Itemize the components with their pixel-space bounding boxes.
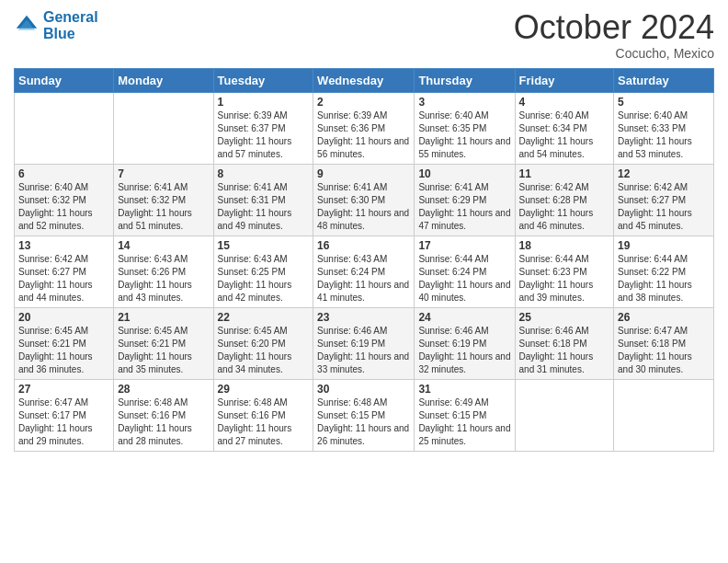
day-info: Sunrise: 6:44 AM Sunset: 6:23 PM Dayligh… <box>519 253 610 304</box>
weekday-header: Friday <box>515 68 614 92</box>
header: General Blue October 2024 Cocucho, Mexic… <box>14 9 714 61</box>
calendar-cell: 26Sunrise: 6:47 AM Sunset: 6:18 PM Dayli… <box>614 307 714 379</box>
calendar-cell: 13Sunrise: 6:42 AM Sunset: 6:27 PM Dayli… <box>15 236 114 307</box>
day-number: 17 <box>418 239 510 252</box>
calendar-cell: 24Sunrise: 6:46 AM Sunset: 6:19 PM Dayli… <box>415 307 515 379</box>
day-number: 10 <box>418 167 510 180</box>
calendar-cell: 2Sunrise: 6:39 AM Sunset: 6:36 PM Daylig… <box>313 92 415 164</box>
calendar-cell: 14Sunrise: 6:43 AM Sunset: 6:26 PM Dayli… <box>114 236 213 307</box>
calendar-week-row: 20Sunrise: 6:45 AM Sunset: 6:21 PM Dayli… <box>15 307 714 379</box>
calendar-cell: 3Sunrise: 6:40 AM Sunset: 6:35 PM Daylig… <box>415 92 515 164</box>
day-number: 4 <box>519 96 610 109</box>
weekday-header: Thursday <box>415 68 515 92</box>
day-number: 28 <box>118 383 209 396</box>
day-info: Sunrise: 6:48 AM Sunset: 6:16 PM Dayligh… <box>118 396 209 448</box>
day-number: 3 <box>418 96 510 109</box>
day-number: 7 <box>118 167 209 180</box>
calendar-cell: 10Sunrise: 6:41 AM Sunset: 6:29 PM Dayli… <box>415 164 515 236</box>
calendar-cell: 18Sunrise: 6:44 AM Sunset: 6:23 PM Dayli… <box>515 236 614 307</box>
calendar-week-row: 6Sunrise: 6:40 AM Sunset: 6:32 PM Daylig… <box>15 164 714 236</box>
calendar-cell: 23Sunrise: 6:46 AM Sunset: 6:19 PM Dayli… <box>313 307 415 379</box>
day-info: Sunrise: 6:48 AM Sunset: 6:16 PM Dayligh… <box>218 396 310 448</box>
logo-text: General Blue <box>43 9 98 41</box>
calendar-header-row: SundayMondayTuesdayWednesdayThursdayFrid… <box>15 68 714 92</box>
calendar-cell: 7Sunrise: 6:41 AM Sunset: 6:32 PM Daylig… <box>114 164 213 236</box>
calendar-cell: 25Sunrise: 6:46 AM Sunset: 6:18 PM Dayli… <box>515 307 614 379</box>
calendar-cell: 19Sunrise: 6:44 AM Sunset: 6:22 PM Dayli… <box>614 236 714 307</box>
day-info: Sunrise: 6:40 AM Sunset: 6:33 PM Dayligh… <box>618 109 710 161</box>
calendar-cell: 20Sunrise: 6:45 AM Sunset: 6:21 PM Dayli… <box>15 307 114 379</box>
logo-general: General <box>43 9 98 25</box>
day-number: 8 <box>218 167 310 180</box>
day-number: 29 <box>218 383 310 396</box>
logo: General Blue <box>14 9 98 41</box>
calendar-cell <box>15 92 114 164</box>
day-number: 9 <box>317 167 410 180</box>
calendar-cell: 29Sunrise: 6:48 AM Sunset: 6:16 PM Dayli… <box>213 379 313 451</box>
day-info: Sunrise: 6:41 AM Sunset: 6:32 PM Dayligh… <box>118 181 209 233</box>
day-info: Sunrise: 6:45 AM Sunset: 6:21 PM Dayligh… <box>118 325 209 376</box>
calendar-week-row: 1Sunrise: 6:39 AM Sunset: 6:37 PM Daylig… <box>15 92 714 164</box>
day-info: Sunrise: 6:49 AM Sunset: 6:15 PM Dayligh… <box>418 396 510 448</box>
calendar-cell: 12Sunrise: 6:42 AM Sunset: 6:27 PM Dayli… <box>614 164 714 236</box>
logo-icon <box>14 13 40 39</box>
day-number: 21 <box>118 311 209 324</box>
calendar: SundayMondayTuesdayWednesdayThursdayFrid… <box>14 68 714 452</box>
day-info: Sunrise: 6:42 AM Sunset: 6:27 PM Dayligh… <box>618 181 710 233</box>
day-number: 19 <box>618 239 710 252</box>
calendar-cell <box>114 92 213 164</box>
day-info: Sunrise: 6:46 AM Sunset: 6:19 PM Dayligh… <box>418 325 510 376</box>
calendar-cell <box>614 379 714 451</box>
calendar-cell: 8Sunrise: 6:41 AM Sunset: 6:31 PM Daylig… <box>213 164 313 236</box>
day-info: Sunrise: 6:43 AM Sunset: 6:25 PM Dayligh… <box>218 253 310 304</box>
day-number: 24 <box>418 311 510 324</box>
weekday-header: Tuesday <box>213 68 313 92</box>
day-number: 18 <box>519 239 610 252</box>
day-number: 27 <box>18 383 109 396</box>
day-info: Sunrise: 6:44 AM Sunset: 6:22 PM Dayligh… <box>618 253 710 304</box>
calendar-cell: 16Sunrise: 6:43 AM Sunset: 6:24 PM Dayli… <box>313 236 415 307</box>
day-info: Sunrise: 6:40 AM Sunset: 6:35 PM Dayligh… <box>418 109 510 161</box>
day-info: Sunrise: 6:42 AM Sunset: 6:27 PM Dayligh… <box>18 253 109 304</box>
weekday-header: Wednesday <box>313 68 415 92</box>
calendar-cell: 30Sunrise: 6:48 AM Sunset: 6:15 PM Dayli… <box>313 379 415 451</box>
day-info: Sunrise: 6:43 AM Sunset: 6:24 PM Dayligh… <box>317 253 410 304</box>
day-number: 14 <box>118 239 209 252</box>
weekday-header: Sunday <box>15 68 114 92</box>
calendar-cell: 11Sunrise: 6:42 AM Sunset: 6:28 PM Dayli… <box>515 164 614 236</box>
day-number: 25 <box>519 311 610 324</box>
calendar-cell: 15Sunrise: 6:43 AM Sunset: 6:25 PM Dayli… <box>213 236 313 307</box>
day-info: Sunrise: 6:43 AM Sunset: 6:26 PM Dayligh… <box>118 253 209 304</box>
calendar-week-row: 27Sunrise: 6:47 AM Sunset: 6:17 PM Dayli… <box>15 379 714 451</box>
calendar-cell: 9Sunrise: 6:41 AM Sunset: 6:30 PM Daylig… <box>313 164 415 236</box>
day-number: 1 <box>218 96 310 109</box>
calendar-cell: 22Sunrise: 6:45 AM Sunset: 6:20 PM Dayli… <box>213 307 313 379</box>
weekday-header: Saturday <box>614 68 714 92</box>
day-info: Sunrise: 6:44 AM Sunset: 6:24 PM Dayligh… <box>418 253 510 304</box>
day-info: Sunrise: 6:42 AM Sunset: 6:28 PM Dayligh… <box>519 181 610 233</box>
day-info: Sunrise: 6:46 AM Sunset: 6:18 PM Dayligh… <box>519 325 610 376</box>
day-number: 6 <box>18 167 109 180</box>
day-info: Sunrise: 6:45 AM Sunset: 6:21 PM Dayligh… <box>18 325 109 376</box>
calendar-cell: 28Sunrise: 6:48 AM Sunset: 6:16 PM Dayli… <box>114 379 213 451</box>
day-number: 11 <box>519 167 610 180</box>
day-number: 26 <box>618 311 710 324</box>
day-number: 23 <box>317 311 410 324</box>
day-number: 16 <box>317 239 410 252</box>
day-number: 30 <box>317 383 410 396</box>
logo-blue: Blue <box>43 26 98 42</box>
day-info: Sunrise: 6:40 AM Sunset: 6:32 PM Dayligh… <box>18 181 109 233</box>
calendar-week-row: 13Sunrise: 6:42 AM Sunset: 6:27 PM Dayli… <box>15 236 714 307</box>
day-info: Sunrise: 6:46 AM Sunset: 6:19 PM Dayligh… <box>317 325 410 376</box>
day-info: Sunrise: 6:47 AM Sunset: 6:18 PM Dayligh… <box>618 325 710 376</box>
page: General Blue October 2024 Cocucho, Mexic… <box>0 0 728 563</box>
day-number: 5 <box>618 96 710 109</box>
month-title: October 2024 <box>514 9 714 46</box>
calendar-cell: 31Sunrise: 6:49 AM Sunset: 6:15 PM Dayli… <box>415 379 515 451</box>
title-block: October 2024 Cocucho, Mexico <box>514 9 714 61</box>
calendar-cell: 4Sunrise: 6:40 AM Sunset: 6:34 PM Daylig… <box>515 92 614 164</box>
calendar-cell <box>515 379 614 451</box>
day-info: Sunrise: 6:39 AM Sunset: 6:37 PM Dayligh… <box>218 109 310 161</box>
day-info: Sunrise: 6:41 AM Sunset: 6:31 PM Dayligh… <box>218 181 310 233</box>
day-info: Sunrise: 6:39 AM Sunset: 6:36 PM Dayligh… <box>317 109 410 161</box>
